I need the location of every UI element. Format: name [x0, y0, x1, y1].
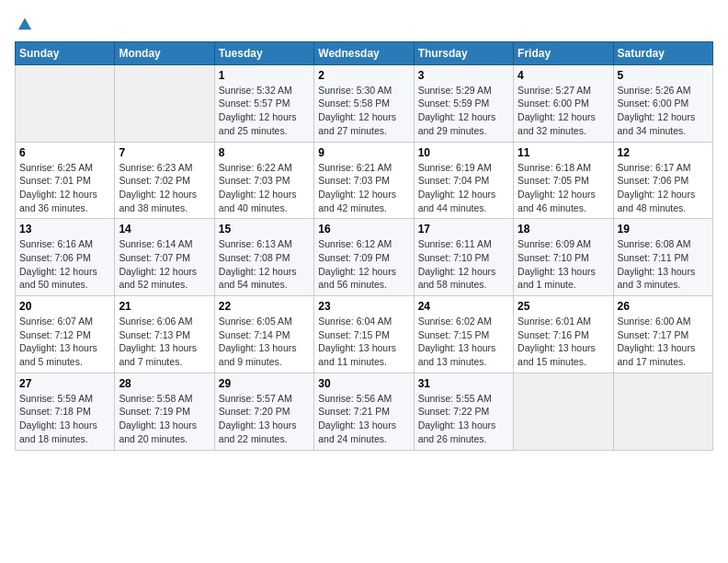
day-header-wednesday: Wednesday	[314, 41, 414, 64]
day-info: Sunrise: 5:26 AM Sunset: 6:00 PM Dayligh…	[618, 84, 709, 138]
day-number: 19	[618, 223, 709, 236]
calendar-cell	[115, 64, 214, 142]
calendar-cell: 11Sunrise: 6:18 AM Sunset: 7:05 PM Dayli…	[514, 142, 613, 219]
day-info: Sunrise: 6:01 AM Sunset: 7:16 PM Dayligh…	[518, 315, 609, 369]
logo	[15, 15, 33, 34]
calendar-cell: 21Sunrise: 6:06 AM Sunset: 7:13 PM Dayli…	[115, 296, 214, 373]
day-info: Sunrise: 6:17 AM Sunset: 7:06 PM Dayligh…	[618, 161, 709, 215]
calendar-week-row: 20Sunrise: 6:07 AM Sunset: 7:12 PM Dayli…	[16, 296, 713, 373]
day-number: 26	[618, 300, 709, 313]
calendar-cell: 23Sunrise: 6:04 AM Sunset: 7:15 PM Dayli…	[314, 296, 414, 373]
calendar-cell	[613, 373, 712, 450]
day-number: 31	[418, 377, 509, 390]
day-number: 16	[318, 223, 409, 236]
calendar-cell: 24Sunrise: 6:02 AM Sunset: 7:15 PM Dayli…	[414, 296, 513, 373]
calendar-cell	[16, 64, 115, 142]
day-header-monday: Monday	[115, 41, 214, 64]
day-number: 21	[119, 300, 210, 313]
day-number: 8	[219, 146, 310, 159]
day-header-tuesday: Tuesday	[214, 41, 313, 64]
calendar-cell: 3Sunrise: 5:29 AM Sunset: 5:59 PM Daylig…	[414, 64, 513, 142]
day-info: Sunrise: 5:27 AM Sunset: 6:00 PM Dayligh…	[518, 84, 609, 138]
day-info: Sunrise: 6:14 AM Sunset: 7:07 PM Dayligh…	[119, 237, 210, 292]
calendar-week-row: 6Sunrise: 6:25 AM Sunset: 7:01 PM Daylig…	[16, 142, 713, 219]
calendar-cell: 14Sunrise: 6:14 AM Sunset: 7:07 PM Dayli…	[115, 219, 214, 296]
svg-marker-0	[18, 18, 31, 30]
day-number: 5	[618, 69, 709, 82]
day-number: 17	[418, 223, 509, 236]
day-number: 7	[119, 146, 210, 159]
calendar-cell: 26Sunrise: 6:00 AM Sunset: 7:17 PM Dayli…	[613, 296, 712, 373]
day-info: Sunrise: 5:58 AM Sunset: 7:19 PM Dayligh…	[119, 392, 210, 446]
day-info: Sunrise: 6:04 AM Sunset: 7:15 PM Dayligh…	[318, 315, 409, 369]
calendar-cell: 4Sunrise: 5:27 AM Sunset: 6:00 PM Daylig…	[514, 64, 613, 142]
calendar-cell: 9Sunrise: 6:21 AM Sunset: 7:03 PM Daylig…	[314, 142, 414, 219]
day-info: Sunrise: 6:08 AM Sunset: 7:11 PM Dayligh…	[618, 237, 709, 292]
calendar-header-row: SundayMondayTuesdayWednesdayThursdayFrid…	[16, 41, 713, 64]
day-number: 12	[618, 146, 709, 159]
day-info: Sunrise: 5:55 AM Sunset: 7:22 PM Dayligh…	[418, 392, 509, 446]
calendar-cell: 30Sunrise: 5:56 AM Sunset: 7:21 PM Dayli…	[314, 373, 414, 450]
calendar-cell: 12Sunrise: 6:17 AM Sunset: 7:06 PM Dayli…	[613, 142, 712, 219]
day-info: Sunrise: 5:56 AM Sunset: 7:21 PM Dayligh…	[318, 392, 409, 446]
day-info: Sunrise: 6:21 AM Sunset: 7:03 PM Dayligh…	[318, 161, 409, 215]
day-info: Sunrise: 6:05 AM Sunset: 7:14 PM Dayligh…	[219, 315, 310, 369]
calendar-cell: 8Sunrise: 6:22 AM Sunset: 7:03 PM Daylig…	[214, 142, 313, 219]
day-info: Sunrise: 5:30 AM Sunset: 5:58 PM Dayligh…	[318, 84, 409, 138]
calendar-cell: 5Sunrise: 5:26 AM Sunset: 6:00 PM Daylig…	[613, 64, 712, 142]
day-info: Sunrise: 6:23 AM Sunset: 7:02 PM Dayligh…	[119, 161, 210, 215]
calendar-cell: 1Sunrise: 5:32 AM Sunset: 5:57 PM Daylig…	[214, 64, 313, 142]
day-number: 15	[219, 223, 310, 236]
calendar-cell: 18Sunrise: 6:09 AM Sunset: 7:10 PM Dayli…	[514, 219, 613, 296]
day-number: 29	[219, 377, 310, 390]
calendar-cell: 28Sunrise: 5:58 AM Sunset: 7:19 PM Dayli…	[115, 373, 214, 450]
day-header-friday: Friday	[514, 41, 613, 64]
day-info: Sunrise: 6:11 AM Sunset: 7:10 PM Dayligh…	[418, 237, 509, 292]
calendar-table: SundayMondayTuesdayWednesdayThursdayFrid…	[15, 41, 713, 451]
calendar-cell: 25Sunrise: 6:01 AM Sunset: 7:16 PM Dayli…	[514, 296, 613, 373]
day-info: Sunrise: 6:07 AM Sunset: 7:12 PM Dayligh…	[19, 315, 110, 369]
calendar-week-row: 13Sunrise: 6:16 AM Sunset: 7:06 PM Dayli…	[16, 219, 713, 296]
day-info: Sunrise: 6:13 AM Sunset: 7:08 PM Dayligh…	[219, 237, 310, 292]
calendar-cell: 27Sunrise: 5:59 AM Sunset: 7:18 PM Dayli…	[16, 373, 115, 450]
day-number: 20	[19, 300, 110, 313]
calendar-cell	[514, 373, 613, 450]
day-info: Sunrise: 6:09 AM Sunset: 7:10 PM Dayligh…	[518, 237, 609, 292]
day-info: Sunrise: 6:19 AM Sunset: 7:04 PM Dayligh…	[418, 161, 509, 215]
day-info: Sunrise: 6:22 AM Sunset: 7:03 PM Dayligh…	[219, 161, 310, 215]
day-info: Sunrise: 6:12 AM Sunset: 7:09 PM Dayligh…	[318, 237, 409, 292]
day-info: Sunrise: 5:29 AM Sunset: 5:59 PM Dayligh…	[418, 84, 509, 138]
day-info: Sunrise: 6:06 AM Sunset: 7:13 PM Dayligh…	[119, 315, 210, 369]
day-header-sunday: Sunday	[16, 41, 115, 64]
day-number: 1	[219, 69, 310, 82]
day-header-saturday: Saturday	[613, 41, 712, 64]
day-number: 6	[19, 146, 110, 159]
day-number: 18	[518, 223, 609, 236]
calendar-cell: 22Sunrise: 6:05 AM Sunset: 7:14 PM Dayli…	[214, 296, 313, 373]
calendar-cell: 13Sunrise: 6:16 AM Sunset: 7:06 PM Dayli…	[16, 219, 115, 296]
day-header-thursday: Thursday	[414, 41, 513, 64]
day-number: 28	[119, 377, 210, 390]
calendar-cell: 7Sunrise: 6:23 AM Sunset: 7:02 PM Daylig…	[115, 142, 214, 219]
day-info: Sunrise: 6:02 AM Sunset: 7:15 PM Dayligh…	[418, 315, 509, 369]
calendar-cell: 20Sunrise: 6:07 AM Sunset: 7:12 PM Dayli…	[16, 296, 115, 373]
day-info: Sunrise: 6:16 AM Sunset: 7:06 PM Dayligh…	[19, 237, 110, 292]
day-number: 13	[19, 223, 110, 236]
day-info: Sunrise: 6:00 AM Sunset: 7:17 PM Dayligh…	[618, 315, 709, 369]
day-number: 27	[19, 377, 110, 390]
calendar-cell: 2Sunrise: 5:30 AM Sunset: 5:58 PM Daylig…	[314, 64, 414, 142]
calendar-cell: 17Sunrise: 6:11 AM Sunset: 7:10 PM Dayli…	[414, 219, 513, 296]
page-header	[15, 15, 713, 34]
day-number: 2	[318, 69, 409, 82]
day-info: Sunrise: 5:57 AM Sunset: 7:20 PM Dayligh…	[219, 392, 310, 446]
day-number: 24	[418, 300, 509, 313]
day-number: 9	[318, 146, 409, 159]
day-number: 23	[318, 300, 409, 313]
calendar-cell: 10Sunrise: 6:19 AM Sunset: 7:04 PM Dayli…	[414, 142, 513, 219]
calendar-cell: 16Sunrise: 6:12 AM Sunset: 7:09 PM Dayli…	[314, 219, 414, 296]
day-number: 10	[418, 146, 509, 159]
day-number: 22	[219, 300, 310, 313]
day-info: Sunrise: 5:32 AM Sunset: 5:57 PM Dayligh…	[219, 84, 310, 138]
day-info: Sunrise: 6:18 AM Sunset: 7:05 PM Dayligh…	[518, 161, 609, 215]
day-number: 4	[518, 69, 609, 82]
